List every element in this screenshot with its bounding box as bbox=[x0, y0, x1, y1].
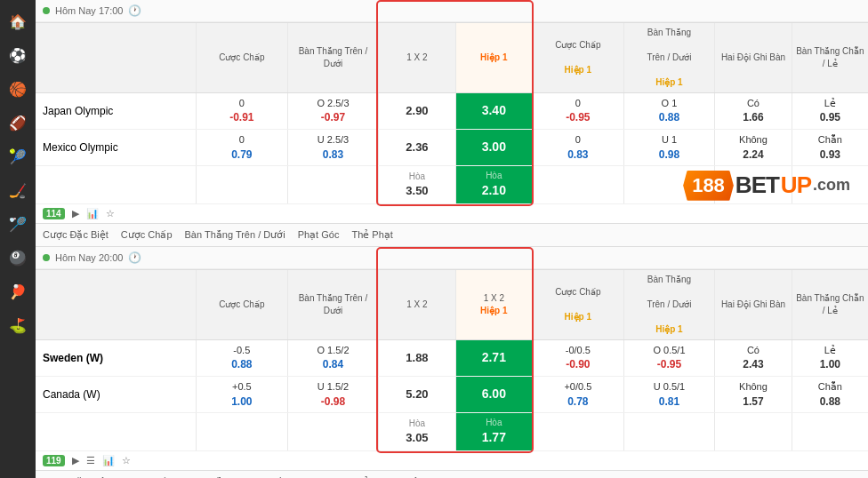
draw-hiep1-2[interactable]: Hòa 1.77 bbox=[455, 413, 532, 450]
tab-bar-1: Cược Đặc Biệt Cược Chấp Bàn Thắng Trên /… bbox=[36, 223, 868, 247]
time-label-2: Hôm Nay 20:00 bbox=[55, 252, 123, 263]
sidebar-icon-badminton[interactable]: 🏸 bbox=[4, 210, 32, 238]
draw-btcl-2 bbox=[792, 413, 868, 450]
bt-hiep1-header-1: Bàn Thắng Trên / Dưới Hiệp 1 bbox=[623, 23, 715, 92]
count-badge-1: 114 bbox=[43, 208, 65, 219]
time-header-1: Hôm Nay 17:00 🕐 bbox=[36, 0, 868, 22]
count-arrow-1[interactable]: ▶ bbox=[72, 208, 79, 219]
tab-the-phat-1[interactable]: Thẻ Phạt bbox=[351, 229, 392, 241]
footer-stats-2: 119 ▶ ☰ 📊 ☆ bbox=[36, 451, 868, 470]
ban-thang-header-2: Bàn Thắng Trên / Dưới bbox=[287, 270, 379, 339]
sidebar-icon-hockey[interactable]: 🏒 bbox=[4, 176, 32, 204]
match-row-japan: Japan Olympic 0 -0.91 O 2.5/3 -0.97 2.90… bbox=[36, 93, 868, 130]
canada-hiep1[interactable]: 6.00 bbox=[455, 377, 532, 412]
clock-icon-1: 🕐 bbox=[128, 4, 141, 17]
sweden-ban-thang[interactable]: O 1.5/2 0.84 bbox=[287, 340, 379, 376]
mexico-ban-thang[interactable]: U 2.5/3 0.83 bbox=[287, 130, 379, 165]
tab-cuoc-chap-1[interactable]: Cược Chấp bbox=[121, 229, 173, 241]
japan-btcl[interactable]: Lẻ 0.95 bbox=[792, 93, 868, 129]
draw-cuoc-chap-2 bbox=[196, 413, 287, 450]
sidebar-icon-tabletennis[interactable]: 🏓 bbox=[4, 277, 32, 306]
draw-cc-hiep1-1 bbox=[532, 166, 623, 203]
sweden-cuoc-chap[interactable]: -0.5 0.88 bbox=[196, 340, 287, 376]
sidebar-icon-basketball[interactable]: 🏀 bbox=[4, 75, 32, 103]
sweden-hiep1[interactable]: 2.71 bbox=[455, 340, 532, 376]
japan-hdgb[interactable]: Có 1.66 bbox=[714, 93, 791, 129]
match-row-sweden: Sweden (W) -0.5 0.88 O 1.5/2 0.84 1.88 2… bbox=[36, 340, 868, 377]
sidebar-icon-golf[interactable]: ⛳ bbox=[4, 311, 32, 339]
cuoc-chap-header-2: Cược Chấp bbox=[196, 270, 287, 339]
main-content: Hôm Nay 17:00 🕐 Cược Chấp Bàn Thắng Trên… bbox=[36, 0, 868, 478]
tab-phat-goc-1[interactable]: Phạt Góc bbox=[298, 229, 340, 241]
team-sweden: Sweden (W) bbox=[36, 340, 196, 376]
japan-bt-hiep1[interactable]: O 1 0.88 bbox=[623, 93, 715, 129]
mexico-1x2[interactable]: 2.36 bbox=[378, 130, 454, 165]
mexico-btcl[interactable]: Chẵn 0.93 bbox=[792, 130, 868, 165]
tab-cuoc-dac-biet-1[interactable]: Cược Đặc Biệt bbox=[43, 229, 108, 241]
time-label-1: Hôm Nay 17:00 bbox=[55, 5, 123, 16]
canada-cuoc-chap[interactable]: +0.5 1.00 bbox=[196, 377, 287, 412]
time-header-2: Hôm Nay 20:00 🕐 bbox=[36, 247, 868, 269]
mexico-hdgb[interactable]: Không 2.24 bbox=[714, 130, 791, 165]
draw-cuoc-chap-1 bbox=[196, 166, 287, 203]
sidebar-icon-football[interactable]: 🏈 bbox=[4, 108, 32, 137]
star-icon-2[interactable]: ☆ bbox=[122, 455, 131, 466]
cuoc-chap-header-1: Cược Chấp bbox=[196, 23, 287, 92]
draw-bt-hiep1-2 bbox=[623, 413, 715, 450]
mexico-cc-hiep1[interactable]: 0 0.83 bbox=[532, 130, 623, 165]
logo-bet: BET bbox=[735, 171, 779, 199]
draw-cc-hiep1-2 bbox=[532, 413, 623, 450]
live-dot-2 bbox=[43, 254, 50, 261]
canada-ban-thang[interactable]: U 1.5/2 -0.98 bbox=[287, 377, 379, 412]
sidebar-icon-soccer[interactable]: ⚽ bbox=[4, 41, 32, 69]
sweden-bt-hiep1[interactable]: O 0.5/1 -0.95 bbox=[623, 340, 715, 376]
draw-logo-section-1: Hòa 3.50 Hòa 2.10 188 BET UP .com bbox=[36, 166, 868, 204]
betup-logo: 188 BET UP .com bbox=[683, 171, 850, 201]
canada-hdgb[interactable]: Không 1.57 bbox=[714, 377, 791, 412]
draw-hdgb-2 bbox=[714, 413, 791, 450]
japan-cuoc-chap[interactable]: 0 -0.91 bbox=[196, 93, 287, 129]
star-icon-1[interactable]: ☆ bbox=[106, 208, 115, 219]
team-col-header-1 bbox=[36, 23, 196, 92]
sweden-btcl[interactable]: Lẻ 1.00 bbox=[792, 340, 868, 376]
mexico-hiep1[interactable]: 3.00 bbox=[455, 130, 532, 165]
section1: Hôm Nay 17:00 🕐 Cược Chấp Bàn Thắng Trên… bbox=[36, 0, 868, 247]
sidebar-icon-home[interactable]: 🏠 bbox=[4, 7, 32, 36]
draw-1x2-2[interactable]: Hòa 3.05 bbox=[378, 413, 454, 450]
mexico-bt-hiep1[interactable]: U 1 0.98 bbox=[623, 130, 715, 165]
draw-1x2-1[interactable]: Hòa 3.50 bbox=[378, 166, 454, 203]
live-dot-1 bbox=[43, 7, 50, 14]
sidebar-icon-billiards[interactable]: 🎱 bbox=[4, 243, 32, 272]
canada-cc-hiep1[interactable]: +0/0.5 0.78 bbox=[532, 377, 623, 412]
draw-ban-thang-2 bbox=[287, 413, 379, 450]
sweden-hdgb[interactable]: Có 2.43 bbox=[714, 340, 791, 376]
ban-thang-header-1: Bàn Thắng Trên / Dưới bbox=[287, 23, 379, 92]
canada-bt-hiep1[interactable]: U 0.5/1 0.81 bbox=[623, 377, 715, 412]
tab-bar-2: Cược Đặc Biệt Cược Chấp Bàn Thắng Trên /… bbox=[36, 470, 868, 478]
canada-btcl[interactable]: Chẵn 0.88 bbox=[792, 377, 868, 412]
mexico-cuoc-chap[interactable]: 0 0.79 bbox=[196, 130, 287, 165]
footer-stats-1: 114 ▶ 📊 ☆ bbox=[36, 204, 868, 223]
bt-hiep1-header-2: Bàn Thắng Trên / Dưới Hiệp 1 bbox=[623, 270, 715, 339]
bar-chart-icon-1[interactable]: 📊 bbox=[86, 208, 99, 219]
japan-ban-thang[interactable]: O 2.5/3 -0.97 bbox=[287, 93, 379, 129]
logo-hexagon: 188 bbox=[683, 171, 734, 201]
list-icon-2[interactable]: ☰ bbox=[86, 455, 95, 466]
japan-cc-hiep1[interactable]: 0 -0.95 bbox=[532, 93, 623, 129]
sidebar-icon-tennis[interactable]: 🎾 bbox=[4, 142, 32, 171]
japan-1x2[interactable]: 2.90 bbox=[378, 93, 454, 129]
cc-hiep1-header-1: Cược Chấp Hiệp 1 bbox=[532, 23, 623, 92]
sweden-cc-hiep1[interactable]: -0/0.5 -0.90 bbox=[532, 340, 623, 376]
canada-1x2[interactable]: 5.20 bbox=[378, 377, 454, 412]
match-row-mexico: Mexico Olympic 0 0.79 U 2.5/3 0.83 2.36 … bbox=[36, 130, 868, 166]
sweden-1x2[interactable]: 1.88 bbox=[378, 340, 454, 376]
bar-chart-icon-2[interactable]: 📊 bbox=[102, 455, 115, 466]
match-row-canada: Canada (W) +0.5 1.00 U 1.5/2 -0.98 5.20 … bbox=[36, 377, 868, 413]
japan-hiep1[interactable]: 3.40 bbox=[455, 93, 532, 129]
tab-ban-thang-1[interactable]: Bàn Thắng Trên / Dưới bbox=[185, 229, 285, 241]
count-arrow-2[interactable]: ▶ bbox=[72, 455, 79, 466]
draw-hiep1-1[interactable]: Hòa 2.10 bbox=[455, 166, 532, 203]
team-mexico: Mexico Olympic bbox=[36, 130, 196, 165]
hdgb-header-1: Hai Đội Ghi Bàn bbox=[714, 23, 791, 92]
btcl-header-1: Bàn Thắng Chẵn / Lẻ bbox=[792, 23, 868, 92]
